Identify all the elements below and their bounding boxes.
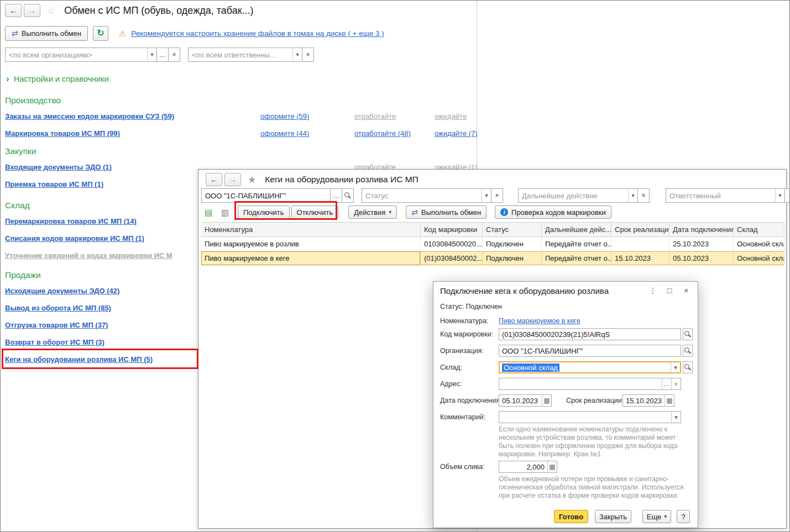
connect-date-calendar-button[interactable]: ▦ (542, 395, 551, 406)
action-filter-input[interactable] (519, 189, 628, 202)
expiry-input[interactable] (623, 395, 665, 406)
address-choose-button[interactable]: … (662, 378, 671, 389)
cell-status[interactable]: Подключен (483, 251, 542, 265)
status-filter-field[interactable]: ▾ (362, 188, 491, 203)
link-code-writeoffs[interactable]: Списания кодов маркировки ИС МП (1) (5, 234, 144, 243)
link-withdrawal[interactable]: Вывод из оборота ИС МП (85) (5, 304, 111, 312)
column-header-warehouse[interactable]: Склад (734, 223, 784, 236)
link-remarking[interactable]: Перемаркировка товаров ИС МП (14) (5, 217, 137, 225)
forward-button[interactable]: → (224, 173, 241, 186)
address-clear-button[interactable]: × (671, 378, 681, 389)
link-outgoing-edo[interactable]: Исходящие документы ЭДО (42) (5, 287, 119, 295)
link-goods-acceptance[interactable]: Приемка товаров ИС МП (1) (5, 180, 103, 188)
favorite-star-icon[interactable]: ★ (248, 174, 256, 186)
column-header-nomenclature[interactable]: Номенклатура (201, 223, 421, 236)
link-kegs-on-equipment[interactable]: Кеги на оборудовании розлива ИС МП (5) (5, 355, 153, 364)
sublink-otrabotaite[interactable]: отработайте (354, 112, 396, 120)
responsible-filter-field[interactable]: ▾ (666, 188, 785, 203)
storage-settings-link[interactable]: Рекомендуется настроить хранение файлов … (131, 29, 384, 38)
refresh-button[interactable]: ↻ (93, 26, 108, 41)
sublink-otrabotaite[interactable]: отработайте (48) (354, 129, 411, 138)
action-filter-field[interactable]: ▾ (518, 188, 638, 203)
comment-field[interactable]: ▾ (499, 411, 681, 423)
organization-clear-button[interactable]: × (169, 48, 180, 62)
comment-dropdown-button[interactable]: ▾ (671, 412, 681, 423)
org-filter-field[interactable] (201, 188, 331, 203)
volume-calculator-button[interactable]: ▦ (547, 461, 557, 472)
warehouse-open-button[interactable] (683, 361, 693, 373)
column-header-status[interactable]: Статус (483, 223, 542, 236)
scan-button[interactable]: ▥ (218, 206, 232, 219)
table-row-selected[interactable]: Пиво маркируемое в кеге (01)0308450002..… (201, 251, 784, 266)
done-button[interactable]: Готово (554, 510, 588, 523)
cell-warehouse[interactable]: Основной склад (734, 251, 784, 265)
column-header-next-action[interactable]: Дальнейшее дейс... (542, 223, 611, 236)
link-return-to-turnover[interactable]: Возврат в оборот ИС МП (3) (5, 338, 104, 346)
check-codes-button[interactable]: i Проверка кодов маркировки (495, 206, 611, 219)
marking-code-open-button[interactable] (683, 328, 693, 340)
sublink-oformite[interactable]: оформите (59) (260, 112, 309, 120)
organization-input[interactable] (499, 345, 681, 356)
address-input[interactable] (499, 378, 662, 389)
cell-marking-code[interactable]: 0103084500020... (421, 237, 483, 251)
responsible-dropdown-button[interactable]: ▾ (775, 189, 784, 202)
address-field[interactable]: … × (499, 378, 681, 390)
dialog-more-button[interactable]: ⋮ (648, 285, 658, 296)
organization-field[interactable] (499, 345, 681, 357)
responsible-filter[interactable]: <по всем ответственны... ▾ (188, 48, 302, 62)
organization-filter[interactable]: <по всем организациям> ▾ (5, 48, 157, 62)
disconnect-button[interactable]: Отключить (291, 206, 339, 219)
list-view-button[interactable]: ▤ (201, 206, 216, 219)
responsible-clear-button[interactable]: × (302, 48, 314, 62)
run-exchange-button[interactable]: ⇄ Выполнить обмен (406, 206, 486, 219)
settings-link[interactable]: Настройки и справочники (14, 75, 109, 83)
table-header-row[interactable]: Номенклатура Код маркировки Статус Дальн… (201, 222, 784, 237)
connect-button[interactable]: Подключить (238, 206, 290, 219)
cell-next-action[interactable]: Передайте отчет о... (542, 251, 611, 265)
expiry-field[interactable]: ▦ (622, 394, 674, 407)
org-open-button[interactable] (342, 188, 354, 203)
dialog-close-button[interactable]: × (681, 285, 691, 296)
organization-open-button[interactable] (683, 345, 693, 357)
warehouse-dropdown-button[interactable]: ▾ (671, 362, 680, 372)
cell-connect-date[interactable]: 25.10.2023 (669, 237, 734, 251)
cell-connect-date[interactable]: 05.10.2023 (669, 251, 734, 265)
column-header-connect-date[interactable]: Дата подключения (669, 223, 734, 236)
cell-expiry[interactable] (611, 237, 669, 251)
actions-menu-button[interactable]: Действия ▾ (348, 206, 397, 219)
favorite-star-icon[interactable]: ☆ (47, 5, 55, 17)
back-button[interactable]: ← (5, 4, 22, 17)
help-button[interactable]: ? (677, 510, 690, 523)
org-filter-input[interactable] (202, 189, 330, 202)
cell-warehouse[interactable]: Основной склад (734, 237, 784, 251)
warehouse-field[interactable]: Основной склад ▾ (499, 361, 681, 373)
marking-code-input[interactable] (499, 329, 681, 340)
responsible-filter-input[interactable] (666, 189, 775, 202)
status-dropdown-button[interactable]: ▾ (482, 189, 491, 202)
sublink-ozhidaite[interactable]: ожидайте (7) (435, 129, 478, 138)
link-marking-goods[interactable]: Маркировка товаров ИС МП (99) (5, 129, 120, 138)
responsible-clear-button[interactable]: × (785, 188, 790, 203)
column-header-marking-code[interactable]: Код маркировки (421, 223, 483, 236)
back-button[interactable]: ← (206, 173, 222, 186)
cell-status[interactable]: Подключен (483, 237, 542, 251)
close-button[interactable]: Закрыть (595, 510, 631, 523)
organization-dropdown-button[interactable]: ▾ (147, 48, 156, 61)
nomenclature-link[interactable]: Пиво маркируемое в кеге (499, 315, 580, 327)
responsible-dropdown-button[interactable]: ▾ (292, 48, 302, 61)
column-header-expiry[interactable]: Срок реализации (611, 223, 669, 236)
connect-date-input[interactable] (499, 395, 542, 406)
cell-nomenclature[interactable]: Пиво маркируемое в розлив (201, 237, 421, 251)
forward-button[interactable]: → (24, 4, 40, 17)
link-incoming-edo[interactable]: Входящие документы ЭДО (1) (5, 163, 112, 171)
settings-group-header[interactable]: › Настройки и справочники (6, 74, 109, 83)
status-clear-button[interactable]: × (491, 188, 503, 203)
connect-date-field[interactable]: ▦ (499, 394, 552, 407)
run-exchange-button[interactable]: ⇄ Выполнить обмен (5, 26, 88, 41)
link-shipment[interactable]: Отгрузка товаров ИС МП (37) (5, 321, 108, 329)
volume-field[interactable]: ▦ (499, 461, 557, 473)
status-filter-input[interactable] (362, 189, 482, 202)
cell-expiry[interactable]: 15.10.2023 (611, 251, 669, 265)
comment-input[interactable] (499, 412, 671, 423)
cell-nomenclature[interactable]: Пиво маркируемое в кеге (201, 251, 421, 265)
